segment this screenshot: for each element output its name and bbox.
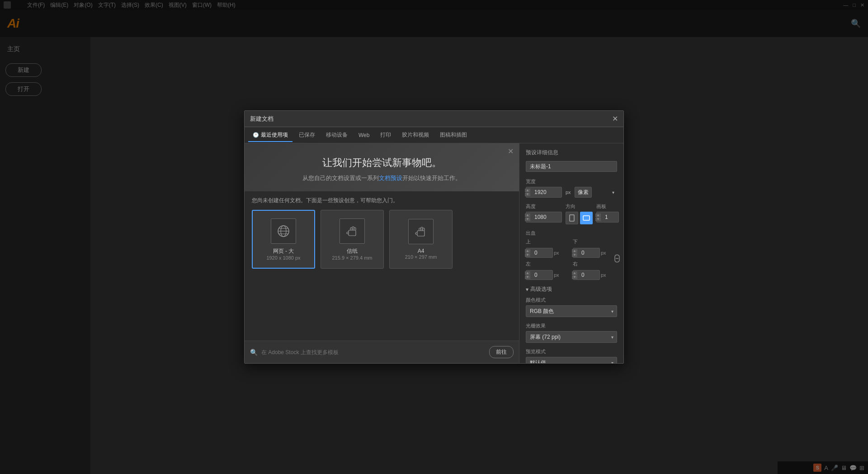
svg-rect-6 [417, 231, 425, 236]
bleed-section: 出血 上 ▲ ▼ [526, 230, 617, 280]
bleed-right-down-btn[interactable]: ▼ [572, 275, 577, 279]
width-up-btn[interactable]: ▲ [525, 189, 530, 192]
tab-art[interactable]: 图稿和插图 [435, 128, 472, 142]
template-letterhead-icon-area [340, 218, 365, 244]
width-input[interactable] [526, 187, 562, 198]
stock-search-input[interactable] [261, 349, 486, 356]
width-unit-label: px [566, 190, 571, 195]
bleed-left-down-btn[interactable]: ▼ [525, 275, 530, 279]
width-label: 宽度 [526, 178, 617, 185]
modal-overlay: 新建文档 ✕ 🕐 最近使用项 已保存 移动设备 Web 打印 胶片和视频 [0, 0, 868, 474]
preview-mode-label: 预览模式 [526, 348, 617, 355]
bleed-left-up-btn[interactable]: ▲ [525, 271, 530, 275]
tab-saved[interactable]: 已保存 [294, 128, 320, 142]
template-a4-size: 210 × 297 mm [405, 254, 437, 260]
bleed-right-stepper: ▲ ▼ [573, 270, 600, 280]
template-letterhead[interactable]: 信纸 215.9 × 279.4 mm [321, 210, 384, 269]
goto-button[interactable]: 前往 [489, 346, 514, 358]
tab-art-label: 图稿和插图 [440, 131, 467, 139]
height-stepper: ▲ ▼ [526, 212, 562, 223]
bleed-bottom-input-group: ▲ ▼ px [573, 248, 617, 258]
bleed-left-label: 左 [526, 261, 570, 267]
bleed-right-up-btn[interactable]: ▲ [572, 271, 577, 275]
welcome-subtitle-before: 从您自己的文档设置或一系列 [302, 175, 379, 181]
dialog-tabs: 🕐 最近使用项 已保存 移动设备 Web 打印 胶片和视频 图稿和插图 [245, 127, 623, 143]
bleed-right-unit: px [601, 272, 606, 278]
raster-select[interactable]: 屏幕 (72 ppi) 中 (150 ppi) 高 (300 ppi) [526, 331, 617, 343]
landscape-button[interactable] [580, 212, 593, 224]
bleed-top-up-btn[interactable]: ▲ [525, 249, 530, 253]
templates-grid: 网页 - 大 1920 x 1080 px [252, 210, 512, 269]
bleed-right-input-group: ▲ ▼ px [573, 270, 617, 280]
advanced-label: 高级选项 [530, 285, 552, 293]
width-input-group: ▲ ▼ px 像素 毫米 厘米 英寸 点 [526, 187, 617, 198]
welcome-close-button[interactable]: ✕ [508, 147, 514, 156]
bleed-left-unit: px [554, 272, 559, 278]
color-mode-select-wrap: RGB 颜色 CMYK 颜色 [526, 305, 617, 317]
dialog-body: ✕ 让我们开始尝试新事物吧。 从您自己的文档设置或一系列文档预设开始以快速开始工… [245, 143, 623, 363]
template-a4[interactable]: A4 210 × 297 mm [389, 210, 453, 269]
tab-mobile[interactable]: 移动设备 [321, 128, 352, 142]
color-mode-label: 颜色模式 [526, 297, 617, 303]
tab-film-label: 胶片和视频 [402, 131, 429, 139]
advanced-toggle[interactable]: ▾ 高级选项 [526, 285, 617, 293]
svg-rect-7 [570, 215, 574, 221]
template-letterhead-name: 信纸 [347, 247, 358, 255]
height-down-btn[interactable]: ▼ [525, 218, 530, 221]
tab-film[interactable]: 胶片和视频 [397, 128, 434, 142]
raster-label: 光栅效果 [526, 322, 617, 329]
bleed-top-input-group: ▲ ▼ px [526, 248, 570, 258]
artboard-col: 画板 ▲ ▼ [596, 203, 619, 224]
color-mode-select[interactable]: RGB 颜色 CMYK 颜色 [526, 305, 617, 317]
bleed-top-down-btn[interactable]: ▼ [525, 253, 530, 257]
bleed-top-label: 上 [526, 238, 570, 245]
orientation-label: 方向 [566, 203, 593, 210]
dialog-left-panel: ✕ 让我们开始尝试新事物吧。 从您自己的文档设置或一系列文档预设开始以快速开始工… [245, 143, 519, 363]
portrait-button[interactable] [566, 212, 578, 224]
bleed-link-icon[interactable] [613, 254, 621, 265]
preset-name-input[interactable] [526, 161, 617, 172]
artboard-up-btn[interactable]: ▲ [595, 213, 601, 217]
height-col: 高度 ▲ ▼ [526, 203, 562, 224]
tab-print[interactable]: 打印 [376, 128, 396, 142]
templates-section: 您尚未创建任何文档。下面是一些预设创意，可帮助您入门。 [245, 191, 519, 341]
dialog-close-button[interactable]: ✕ [612, 115, 618, 123]
bleed-right: 右 ▲ ▼ px [573, 261, 617, 280]
tab-recent[interactable]: 🕐 最近使用项 [248, 128, 292, 142]
portrait-icon [569, 214, 575, 222]
bleed-top-unit: px [554, 250, 559, 256]
hand-icon [345, 224, 359, 238]
artboard-down-btn[interactable]: ▼ [595, 218, 601, 221]
height-label: 高度 [526, 203, 562, 210]
preview-mode-select[interactable]: 默认值 像素 叠印 [526, 357, 617, 363]
template-letterhead-size: 215.9 × 279.4 mm [332, 255, 373, 261]
welcome-title: 让我们开始尝试新事物吧。 [254, 156, 510, 170]
tab-web[interactable]: Web [354, 129, 374, 141]
landscape-icon [583, 215, 590, 221]
template-web-large-icon-area [271, 218, 296, 244]
bleed-bottom-up-btn[interactable]: ▲ [572, 249, 577, 253]
welcome-subtitle: 从您自己的文档设置或一系列文档预设开始以快速开始工作。 [254, 174, 510, 182]
doc-presets-link[interactable]: 文档预设 [379, 175, 402, 181]
bleed-top: 上 ▲ ▼ px [526, 238, 570, 258]
raster-select-wrap: 屏幕 (72 ppi) 中 (150 ppi) 高 (300 ppi) [526, 331, 617, 343]
bleed-bottom-unit: px [601, 250, 606, 256]
unit-select[interactable]: 像素 毫米 厘米 英寸 点 [575, 187, 592, 198]
tab-web-label: Web [359, 132, 369, 138]
bleed-bottom-down-btn[interactable]: ▼ [572, 253, 577, 257]
bleed-left-input-group: ▲ ▼ px [526, 270, 570, 280]
color-mode-field: 颜色模式 RGB 颜色 CMYK 颜色 [526, 297, 617, 317]
clock-icon: 🕐 [253, 132, 259, 138]
template-web-large[interactable]: 网页 - 大 1920 x 1080 px [252, 210, 315, 269]
bleed-label: 出血 [526, 230, 617, 237]
search-icon: 🔍 [250, 349, 258, 356]
height-up-btn[interactable]: ▲ [525, 213, 530, 217]
height-input[interactable] [526, 212, 562, 223]
orientation-group [566, 212, 593, 224]
bleed-left-stepper: ▲ ▼ [526, 270, 553, 280]
bleed-left-arrows: ▲ ▼ [525, 270, 530, 280]
bleed-bottom-label: 下 [573, 238, 617, 245]
bleed-left: 左 ▲ ▼ px [526, 261, 570, 280]
width-down-btn[interactable]: ▼ [525, 193, 530, 196]
welcome-banner: ✕ 让我们开始尝试新事物吧。 从您自己的文档设置或一系列文档预设开始以快速开始工… [245, 143, 519, 191]
